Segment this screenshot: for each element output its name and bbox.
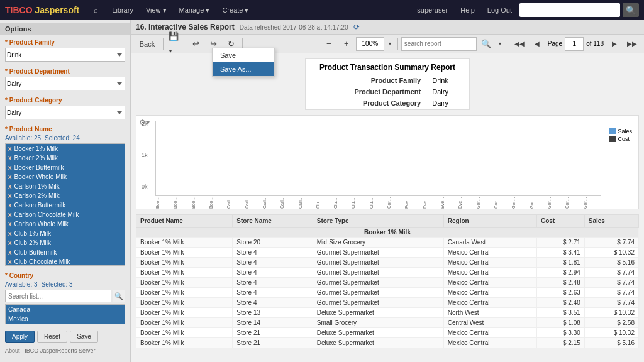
table-row: Booker 1% MilkStore 21Deluxe Supermarket… — [136, 328, 639, 338]
country-label: * Country — [5, 272, 125, 279]
cell-cost: $ 1.81 — [536, 258, 584, 268]
product-department-select[interactable]: Dairy — [5, 77, 125, 90]
product-category-filter: * Product Category Dairy — [0, 93, 130, 122]
product-category-label: * Product Category — [5, 97, 125, 104]
reset-button[interactable]: Reset — [37, 331, 67, 343]
country-list[interactable]: CanadaMexico — [5, 304, 125, 324]
library-link[interactable]: Library — [107, 4, 138, 16]
zoom-out-button[interactable]: − — [321, 36, 337, 52]
prev-page-button[interactable]: ◀ — [529, 36, 545, 52]
help-link[interactable]: Help — [455, 4, 480, 16]
view-menu[interactable]: View ▾ — [141, 4, 172, 17]
page-of-label: of 118 — [586, 40, 604, 47]
product-name-list-item[interactable]: xCarlson Chocolate Milk — [6, 210, 125, 219]
zoom-in-button[interactable]: + — [338, 36, 355, 52]
report-header: 16. Interactive Sales Report Data refres… — [131, 20, 644, 35]
col-region: Region — [443, 215, 536, 228]
product-name-list-item[interactable]: xBooker 1% Milk — [6, 144, 125, 153]
page-number-input[interactable] — [565, 37, 584, 51]
global-search-input[interactable] — [519, 3, 620, 17]
chart-x-label: Booker W. — [209, 196, 226, 209]
toolbar-sep-5 — [508, 38, 508, 50]
undo-button[interactable]: ↩ — [187, 36, 204, 52]
apply-button[interactable]: Apply — [5, 331, 35, 343]
toolbar-sep-1 — [163, 38, 164, 50]
last-page-button[interactable]: ▶▶ — [624, 36, 640, 52]
sidebar-buttons: Apply Reset Save — [0, 327, 130, 346]
cell-region: Mexico Central — [443, 258, 536, 268]
search-report-input[interactable] — [401, 37, 477, 51]
cell-region: Mexico Central — [443, 268, 536, 278]
chart-legend: Sales Cost — [609, 128, 632, 143]
cell-sales: $ 7.74 — [584, 268, 638, 278]
save-button[interactable]: 💾 — [167, 29, 180, 44]
logout-link[interactable]: Log Out — [482, 4, 517, 16]
product-name-list-item[interactable]: xClub Buttermilk — [6, 248, 125, 257]
table-row: Booker 1% MilkStore 4Gourmet Supermarket… — [136, 288, 639, 298]
report-refresh-date: Data refreshed 2017-08-28 at 14:17:20 — [240, 24, 348, 31]
product-name-list[interactable]: xBooker 1% MilkxBooker 2% MilkxBooker Bu… — [5, 143, 125, 266]
cell-sales: $ 7.74 — [584, 278, 638, 288]
global-search-button[interactable]: 🔍 — [623, 3, 639, 17]
cell-sales: $ 10.32 — [584, 308, 638, 318]
create-menu[interactable]: Create ▾ — [217, 4, 253, 17]
product-family-select[interactable]: Drink — [5, 48, 125, 62]
save-dropdown-arrow[interactable]: ▾ — [167, 44, 174, 59]
cell-type: Gourmet Supermarket — [313, 248, 443, 258]
first-page-button[interactable]: ◀◀ — [511, 36, 528, 52]
report-refresh-icon[interactable]: ⟳ — [353, 23, 360, 31]
product-family-summary-label: Product Family — [307, 75, 426, 85]
cell-sales: $ 7.74 — [584, 298, 638, 308]
country-list-item[interactable]: Mexico — [6, 314, 125, 324]
cell-store: Store 4 — [233, 268, 313, 278]
table-row: Booker 1% MilkStore 20Mid-Size GroceryCa… — [136, 238, 639, 248]
product-name-list-item[interactable]: xCarlson 2% Milk — [6, 191, 125, 200]
chart-x-label: Gorilla W. — [511, 196, 529, 209]
product-name-list-item[interactable]: xCarlson Whole Milk — [6, 219, 125, 229]
save-filter-button[interactable]: Save — [70, 331, 98, 343]
cell-region: Mexico Central — [443, 328, 536, 338]
report-title: 16. Interactive Sales Report — [136, 23, 235, 31]
product-cat-summary-value: Dairy — [427, 98, 468, 108]
cell-product: Booker 1% Milk — [136, 268, 233, 278]
cell-sales: $ 7.74 — [584, 288, 638, 298]
chart-x-label: Carlson W. — [298, 196, 316, 209]
sidebar-about: About TIBCO JasperReports Server — [0, 346, 130, 355]
back-button[interactable]: Back — [135, 36, 160, 52]
product-name-list-item[interactable]: xClub 1% Milk — [6, 229, 125, 238]
chart-y-axis: 2k 1k 0k — [142, 121, 148, 190]
cell-type: Gourmet Supermarket — [313, 298, 443, 308]
search-report-button[interactable]: 🔍 — [478, 36, 494, 52]
save-as-menu-item[interactable]: Save As... — [213, 62, 274, 76]
product-dept-summary-value: Dairy — [427, 87, 468, 97]
cell-cost: $ 1.08 — [536, 318, 584, 328]
jaspersoft-text: Jaspersoft — [33, 5, 80, 15]
cell-region: Mexico Central — [443, 338, 536, 348]
product-name-list-item[interactable]: xBooker Whole Milk — [6, 172, 125, 182]
save-menu-item[interactable]: Save — [213, 48, 274, 62]
country-search-icon[interactable]: 🔍 — [113, 290, 125, 302]
next-page-button[interactable]: ▶ — [606, 36, 623, 52]
cell-cost: $ 2.15 — [536, 338, 584, 348]
table-header-row: Product Name Store Name Store Type Regio… — [136, 215, 639, 228]
search-report-dropdown[interactable]: ▾ — [496, 36, 504, 52]
report-summary-table: Product Transaction Summary Report Produ… — [305, 58, 470, 110]
cell-region: Mexico Central — [443, 278, 536, 288]
page-controls: ◀◀ ◀ Page of 118 ▶ ▶▶ — [511, 36, 640, 52]
manage-menu[interactable]: Manage ▾ — [174, 4, 215, 17]
product-name-list-item[interactable]: xCarlson Buttermilk — [6, 200, 125, 210]
cell-cost: $ 2.48 — [536, 278, 584, 288]
product-name-list-item[interactable]: xClub Chocolate Milk — [6, 257, 125, 266]
zoom-dropdown-button[interactable]: ▾ — [386, 36, 394, 52]
product-name-list-item[interactable]: xBooker Buttermilk — [6, 163, 125, 172]
product-name-list-item[interactable]: xClub 2% Milk — [6, 238, 125, 248]
zoom-input[interactable] — [356, 37, 384, 51]
product-name-list-item[interactable]: xBooker 2% Milk — [6, 153, 125, 163]
chart-x-label: Booker 1 — [155, 196, 173, 209]
country-list-item[interactable]: Canada — [6, 305, 125, 314]
product-name-list-item[interactable]: xCarlson 1% Milk — [6, 182, 125, 191]
cell-product: Booker 1% Milk — [136, 248, 233, 258]
home-icon[interactable]: ⌂ — [87, 1, 104, 19]
product-category-select[interactable]: Dairy — [5, 106, 125, 119]
country-search-input[interactable] — [5, 290, 111, 302]
